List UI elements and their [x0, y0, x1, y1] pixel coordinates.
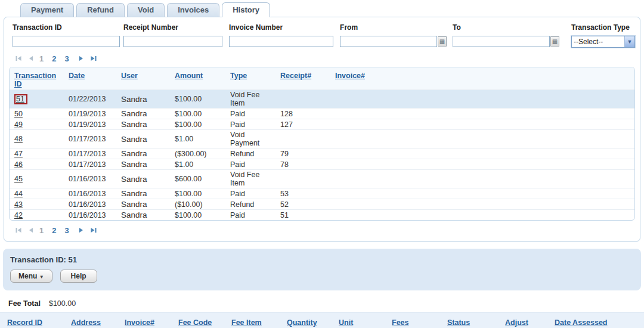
sort-fees[interactable]: Fees [392, 318, 409, 327]
history-panel: Transaction ID Receipt Number Invoice Nu… [4, 17, 640, 242]
tab-void-label: Void [138, 5, 154, 14]
tab-payment[interactable]: Payment [20, 3, 74, 17]
page-3[interactable]: 3 [64, 226, 69, 235]
sort-transaction-id[interactable]: Transaction ID [14, 72, 56, 88]
from-date-input[interactable] [340, 36, 437, 47]
sort-invoice[interactable]: Invoice# [335, 72, 365, 80]
invoice-cell [330, 130, 385, 148]
sort-quantity[interactable]: Quantity [287, 318, 317, 327]
receipt-cell: 79 [275, 148, 330, 159]
filter-from-date: From ▦ [336, 21, 449, 48]
table-row[interactable]: 42 01/16/2013 Sandra $100.00 Paid 51 [10, 210, 634, 221]
transaction-id-link[interactable]: 47 [14, 150, 23, 158]
calendar-icon[interactable]: ▦ [438, 36, 447, 47]
tab-invoices[interactable]: Invoices [167, 3, 219, 17]
next-page-icon[interactable] [78, 227, 85, 234]
first-page-icon[interactable] [15, 55, 23, 62]
first-page-icon[interactable] [15, 227, 23, 234]
table-row[interactable]: 43 01/16/2013 Sandra ($10.00) Refund 52 [10, 199, 634, 210]
user-cell: Sandra [116, 109, 170, 119]
invoice-cell [330, 188, 385, 199]
filter-transaction-type: Transaction Type --Select-- ▼ [568, 21, 635, 48]
tab-payment-label: Payment [31, 5, 63, 14]
transaction-type-value: --Select-- [572, 38, 603, 46]
sort-fee-code[interactable]: Fee Code [178, 318, 212, 327]
last-page-icon[interactable] [89, 227, 97, 234]
table-row[interactable]: 51 01/22/2013 Sandra $100.00 Void Fee It… [10, 90, 634, 109]
transaction-id-link[interactable]: 49 [14, 120, 23, 129]
table-row[interactable]: 45 01/16/2013 Sandra $600.00 Void Fee It… [10, 170, 634, 188]
type-cell: Paid [225, 159, 275, 170]
sort-record-id[interactable]: Record ID [7, 318, 42, 327]
tab-void[interactable]: Void [127, 3, 165, 17]
sort-receipt[interactable]: Receipt# [280, 72, 311, 80]
sort-adjust[interactable]: Adjust [505, 318, 528, 327]
next-page-icon[interactable] [78, 55, 85, 62]
invoice-cell [330, 170, 385, 188]
help-button[interactable]: Help [60, 270, 97, 283]
calendar-icon[interactable]: ▦ [550, 36, 559, 47]
date-cell: 01/16/2013 [64, 199, 116, 210]
sort-address[interactable]: Address [71, 318, 101, 327]
type-cell: Paid [225, 119, 275, 130]
sort-amount[interactable]: Amount [175, 72, 203, 80]
user-cell: Sandra [116, 188, 170, 199]
transaction-id-link[interactable]: 50 [14, 110, 23, 118]
date-cell: 01/17/2013 [64, 148, 116, 159]
table-row[interactable]: 49 01/19/2013 Sandra $100.00 Paid 127 [10, 119, 634, 130]
tab-history[interactable]: History [222, 2, 270, 17]
help-button-label: Help [71, 272, 86, 280]
transaction-id-link[interactable]: 44 [14, 190, 23, 198]
receipt-number-input[interactable] [123, 36, 222, 47]
sort-date-assessed[interactable]: Date Assessed [555, 318, 607, 327]
user-cell: Sandra [116, 148, 170, 159]
sort-unit[interactable]: Unit [339, 318, 353, 327]
table-row[interactable]: 48 01/17/2013 Sandra $1.00 Void Payment [10, 130, 634, 148]
to-date-input[interactable] [453, 36, 550, 47]
receipt-number-label: Receipt Number [123, 23, 225, 32]
sort-user[interactable]: User [121, 72, 138, 80]
invoice-number-label: Invoice Number [229, 23, 336, 32]
date-cell: 01/17/2013 [64, 159, 116, 170]
tab-refund[interactable]: Refund [76, 3, 125, 17]
transaction-id-link[interactable]: 42 [14, 211, 23, 219]
sort-type[interactable]: Type [230, 72, 247, 80]
sort-fee-item[interactable]: Fee Item [231, 318, 262, 327]
page-2[interactable]: 2 [52, 54, 56, 63]
transaction-id-input[interactable] [13, 36, 120, 47]
date-cell: 01/16/2013 [64, 210, 116, 221]
sort-date[interactable]: Date [69, 72, 85, 80]
type-cell: Void Payment [225, 130, 275, 148]
invoice-cell [330, 119, 385, 130]
last-page-icon[interactable] [89, 55, 97, 62]
invoice-number-input[interactable] [229, 36, 333, 47]
previous-page-icon[interactable] [27, 227, 35, 234]
type-cell: Paid [225, 210, 275, 221]
transaction-id-link[interactable]: 51 [14, 94, 27, 104]
type-cell: Void Fee Item [225, 170, 275, 188]
table-row[interactable]: 44 01/16/2013 Sandra $100.00 Paid 53 [10, 188, 634, 199]
table-row[interactable]: 50 01/19/2013 Sandra $100.00 Paid 128 [10, 109, 634, 119]
menu-button[interactable]: Menu ▼ [10, 270, 52, 283]
table-row[interactable]: 47 01/17/2013 Sandra ($300.00) Refund 79 [10, 148, 634, 159]
user-cell: Sandra [116, 170, 170, 188]
previous-page-icon[interactable] [27, 55, 35, 62]
table-row[interactable]: 46 01/17/2013 Sandra $1.00 Paid 78 [10, 159, 634, 170]
invoice-cell [330, 148, 385, 159]
transaction-type-select[interactable]: --Select-- ▼ [571, 36, 635, 48]
transaction-id-link[interactable]: 43 [14, 200, 23, 209]
fee-total-value: $100.00 [49, 299, 76, 308]
amount-cell: ($10.00) [170, 199, 225, 210]
transaction-id-link[interactable]: 48 [14, 135, 23, 143]
page-2[interactable]: 2 [52, 226, 56, 235]
sort-fee-invoice[interactable]: Invoice# [125, 318, 154, 327]
date-cell: 01/19/2013 [64, 109, 116, 119]
date-cell: 01/19/2013 [64, 119, 116, 130]
transaction-id-link[interactable]: 45 [14, 175, 23, 183]
from-label: From [340, 23, 449, 32]
sort-status[interactable]: Status [447, 318, 470, 327]
invoice-cell [330, 109, 385, 119]
transaction-id-link[interactable]: 46 [14, 160, 23, 169]
type-cell: Refund [225, 199, 275, 210]
page-3[interactable]: 3 [64, 54, 69, 63]
